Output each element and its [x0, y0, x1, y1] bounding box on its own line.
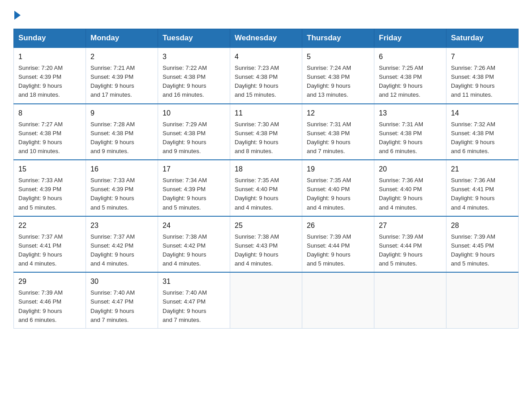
week-row-4: 22Sunrise: 7:37 AMSunset: 4:41 PMDayligh… — [14, 216, 519, 273]
day-info: Sunrise: 7:27 AMSunset: 4:38 PMDaylight:… — [18, 120, 81, 156]
logo — [13, 9, 21, 20]
day-number: 13 — [379, 108, 442, 119]
day-info: Sunrise: 7:23 AMSunset: 4:38 PMDaylight:… — [235, 64, 297, 100]
day-number: 10 — [163, 108, 225, 119]
calendar-cell: 15Sunrise: 7:33 AMSunset: 4:39 PMDayligh… — [14, 160, 86, 216]
calendar-cell — [374, 272, 446, 328]
calendar-cell: 25Sunrise: 7:38 AMSunset: 4:43 PMDayligh… — [230, 216, 302, 273]
day-info: Sunrise: 7:37 AMSunset: 4:42 PMDaylight:… — [90, 232, 153, 269]
day-number: 21 — [451, 164, 514, 175]
calendar-cell: 16Sunrise: 7:33 AMSunset: 4:39 PMDayligh… — [86, 160, 158, 216]
calendar-cell: 20Sunrise: 7:36 AMSunset: 4:40 PMDayligh… — [374, 160, 446, 216]
day-info: Sunrise: 7:36 AMSunset: 4:41 PMDaylight:… — [451, 176, 514, 212]
calendar-cell: 14Sunrise: 7:32 AMSunset: 4:38 PMDayligh… — [446, 104, 519, 160]
calendar-cell: 10Sunrise: 7:29 AMSunset: 4:38 PMDayligh… — [158, 104, 230, 160]
calendar-cell: 17Sunrise: 7:34 AMSunset: 4:39 PMDayligh… — [158, 160, 230, 216]
day-header-friday: Friday — [374, 29, 446, 48]
day-header-sunday: Sunday — [14, 29, 86, 48]
day-number: 7 — [451, 51, 514, 62]
calendar-cell: 2Sunrise: 7:21 AMSunset: 4:39 PMDaylight… — [86, 47, 158, 104]
day-info: Sunrise: 7:34 AMSunset: 4:39 PMDaylight:… — [163, 176, 225, 212]
calendar-cell: 9Sunrise: 7:28 AMSunset: 4:38 PMDaylight… — [86, 104, 158, 160]
day-number: 31 — [163, 276, 225, 287]
day-info: Sunrise: 7:20 AMSunset: 4:39 PMDaylight:… — [18, 64, 81, 100]
calendar-cell: 24Sunrise: 7:38 AMSunset: 4:42 PMDayligh… — [158, 216, 230, 273]
day-number: 15 — [18, 164, 81, 175]
day-number: 23 — [90, 220, 153, 231]
day-number: 4 — [235, 51, 297, 62]
day-number: 5 — [307, 51, 369, 62]
calendar-cell: 18Sunrise: 7:35 AMSunset: 4:40 PMDayligh… — [230, 160, 302, 216]
calendar-cell: 1Sunrise: 7:20 AMSunset: 4:39 PMDaylight… — [14, 47, 86, 104]
calendar-cell: 19Sunrise: 7:35 AMSunset: 4:40 PMDayligh… — [302, 160, 374, 216]
day-number: 6 — [379, 51, 442, 62]
calendar-cell: 13Sunrise: 7:31 AMSunset: 4:38 PMDayligh… — [374, 104, 446, 160]
day-number: 30 — [90, 276, 153, 287]
calendar-header-row: SundayMondayTuesdayWednesdayThursdayFrid… — [14, 29, 519, 48]
day-info: Sunrise: 7:35 AMSunset: 4:40 PMDaylight:… — [235, 176, 297, 212]
day-info: Sunrise: 7:32 AMSunset: 4:38 PMDaylight:… — [451, 120, 514, 156]
day-info: Sunrise: 7:35 AMSunset: 4:40 PMDaylight:… — [307, 176, 369, 212]
day-number: 29 — [18, 276, 81, 287]
day-number: 2 — [90, 51, 153, 62]
calendar-cell: 7Sunrise: 7:26 AMSunset: 4:38 PMDaylight… — [446, 47, 519, 104]
week-row-5: 29Sunrise: 7:39 AMSunset: 4:46 PMDayligh… — [14, 272, 519, 328]
day-info: Sunrise: 7:22 AMSunset: 4:38 PMDaylight:… — [163, 64, 225, 100]
day-number: 9 — [90, 108, 153, 119]
calendar-cell: 8Sunrise: 7:27 AMSunset: 4:38 PMDaylight… — [14, 104, 86, 160]
day-info: Sunrise: 7:38 AMSunset: 4:43 PMDaylight:… — [235, 232, 297, 269]
day-info: Sunrise: 7:39 AMSunset: 4:44 PMDaylight:… — [307, 232, 369, 269]
calendar-cell — [302, 272, 374, 328]
day-info: Sunrise: 7:21 AMSunset: 4:39 PMDaylight:… — [90, 64, 153, 100]
calendar-cell: 3Sunrise: 7:22 AMSunset: 4:38 PMDaylight… — [158, 47, 230, 104]
day-number: 8 — [18, 108, 81, 119]
calendar-table: SundayMondayTuesdayWednesdayThursdayFrid… — [13, 29, 519, 329]
day-info: Sunrise: 7:38 AMSunset: 4:42 PMDaylight:… — [163, 232, 225, 269]
day-info: Sunrise: 7:31 AMSunset: 4:38 PMDaylight:… — [307, 120, 369, 156]
calendar-cell: 6Sunrise: 7:25 AMSunset: 4:38 PMDaylight… — [374, 47, 446, 104]
calendar-cell: 12Sunrise: 7:31 AMSunset: 4:38 PMDayligh… — [302, 104, 374, 160]
day-number: 27 — [379, 220, 442, 231]
day-number: 17 — [163, 164, 225, 175]
day-info: Sunrise: 7:39 AMSunset: 4:44 PMDaylight:… — [379, 232, 442, 269]
day-number: 1 — [18, 51, 81, 62]
calendar-cell: 29Sunrise: 7:39 AMSunset: 4:46 PMDayligh… — [14, 272, 86, 328]
day-info: Sunrise: 7:33 AMSunset: 4:39 PMDaylight:… — [90, 176, 153, 212]
day-info: Sunrise: 7:36 AMSunset: 4:40 PMDaylight:… — [379, 176, 442, 212]
day-number: 16 — [90, 164, 153, 175]
day-number: 18 — [235, 164, 297, 175]
day-number: 12 — [307, 108, 369, 119]
day-number: 25 — [235, 220, 297, 231]
day-info: Sunrise: 7:26 AMSunset: 4:38 PMDaylight:… — [451, 64, 514, 100]
day-info: Sunrise: 7:25 AMSunset: 4:38 PMDaylight:… — [379, 64, 442, 100]
day-info: Sunrise: 7:28 AMSunset: 4:38 PMDaylight:… — [90, 120, 153, 156]
day-number: 11 — [235, 108, 297, 119]
calendar-cell: 5Sunrise: 7:24 AMSunset: 4:38 PMDaylight… — [302, 47, 374, 104]
week-row-2: 8Sunrise: 7:27 AMSunset: 4:38 PMDaylight… — [14, 104, 519, 160]
calendar-cell: 30Sunrise: 7:40 AMSunset: 4:47 PMDayligh… — [86, 272, 158, 328]
calendar-cell: 21Sunrise: 7:36 AMSunset: 4:41 PMDayligh… — [446, 160, 519, 216]
calendar-cell: 28Sunrise: 7:39 AMSunset: 4:45 PMDayligh… — [446, 216, 519, 273]
day-number: 20 — [379, 164, 442, 175]
week-row-3: 15Sunrise: 7:33 AMSunset: 4:39 PMDayligh… — [14, 160, 519, 216]
day-header-saturday: Saturday — [446, 29, 519, 48]
calendar-cell: 22Sunrise: 7:37 AMSunset: 4:41 PMDayligh… — [14, 216, 86, 273]
day-number: 3 — [163, 51, 225, 62]
calendar-cell — [230, 272, 302, 328]
day-info: Sunrise: 7:37 AMSunset: 4:41 PMDaylight:… — [18, 232, 81, 269]
week-row-1: 1Sunrise: 7:20 AMSunset: 4:39 PMDaylight… — [14, 47, 519, 104]
day-header-tuesday: Tuesday — [158, 29, 230, 48]
day-info: Sunrise: 7:31 AMSunset: 4:38 PMDaylight:… — [379, 120, 442, 156]
day-info: Sunrise: 7:30 AMSunset: 4:38 PMDaylight:… — [235, 120, 297, 156]
day-number: 24 — [163, 220, 225, 231]
calendar-cell: 26Sunrise: 7:39 AMSunset: 4:44 PMDayligh… — [302, 216, 374, 273]
logo-arrow-icon — [14, 11, 21, 20]
day-info: Sunrise: 7:40 AMSunset: 4:47 PMDaylight:… — [163, 288, 225, 325]
calendar-cell — [446, 272, 519, 328]
calendar-cell: 11Sunrise: 7:30 AMSunset: 4:38 PMDayligh… — [230, 104, 302, 160]
day-number: 28 — [451, 220, 514, 231]
day-info: Sunrise: 7:33 AMSunset: 4:39 PMDaylight:… — [18, 176, 81, 212]
day-info: Sunrise: 7:29 AMSunset: 4:38 PMDaylight:… — [163, 120, 225, 156]
day-info: Sunrise: 7:24 AMSunset: 4:38 PMDaylight:… — [307, 64, 369, 100]
day-info: Sunrise: 7:39 AMSunset: 4:45 PMDaylight:… — [451, 232, 514, 269]
